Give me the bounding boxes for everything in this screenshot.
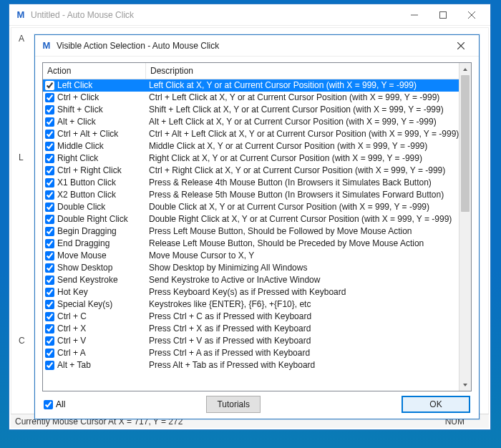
action-row[interactable]: Special Key(s)Keystrokes like {ENTER}, {… (43, 298, 459, 311)
action-description: Middle Click at X, Y or at Current Curso… (146, 140, 459, 152)
action-row[interactable]: Send KeystrokeSend Keystroke to Active o… (43, 274, 459, 286)
action-checkbox[interactable] (45, 142, 54, 151)
action-cell: Ctrl + A (43, 347, 146, 359)
action-checkbox[interactable] (45, 336, 54, 346)
main-titlebar[interactable]: M Untitled - Auto Mouse Click (9, 4, 490, 26)
action-cell: Send Keystroke (43, 274, 146, 286)
action-checkbox[interactable] (45, 166, 54, 175)
action-description: Press & Release 4th Mouse Button (In Bro… (146, 177, 459, 189)
action-row[interactable]: Ctrl + Alt + ClickCtrl + Alt + Left Clic… (43, 128, 459, 140)
action-row[interactable]: Hot KeyPress Keyboard Key(s) as if Press… (43, 286, 459, 298)
dialog-body: Action Description Left ClickLeft Click … (35, 57, 479, 419)
vertical-scrollbar[interactable] (459, 63, 471, 391)
stub-label-c: C (19, 336, 29, 346)
action-name: Middle Click (57, 140, 104, 152)
scroll-up-icon[interactable] (459, 63, 471, 75)
action-checkbox[interactable] (45, 203, 54, 212)
action-cell: Special Key(s) (43, 298, 146, 311)
action-checkbox[interactable] (45, 300, 54, 309)
action-checkbox[interactable] (45, 93, 54, 102)
scrollbar-track[interactable] (459, 75, 471, 379)
action-cell: X1 Button Click (43, 177, 146, 189)
action-row[interactable]: X2 Button ClickPress & Release 5th Mouse… (43, 189, 459, 201)
action-checkbox[interactable] (45, 117, 54, 127)
action-row[interactable]: Show DesktopShow Desktop by Minimizing A… (43, 262, 459, 274)
action-cell: Ctrl + Right Click (43, 165, 146, 177)
action-checkbox[interactable] (45, 130, 54, 139)
action-checkbox[interactable] (45, 154, 54, 163)
close-icon[interactable] (457, 5, 486, 25)
action-row[interactable]: Right ClickRight Click at X, Y or at Cur… (43, 152, 459, 165)
action-description: Double Click at X, Y or at Current Curso… (146, 201, 459, 213)
column-header-action[interactable]: Action (43, 63, 146, 79)
action-checkbox[interactable] (45, 312, 54, 321)
scroll-down-icon[interactable] (459, 379, 471, 391)
action-description: Ctrl + Alt + Left Click at X, Y or at Cu… (146, 128, 459, 140)
action-name: Ctrl + Click (57, 92, 99, 104)
action-checkbox[interactable] (45, 105, 54, 115)
action-row[interactable]: Double Right ClickDouble Right Click at … (43, 213, 459, 225)
action-cell: Move Mouse (43, 250, 146, 262)
action-name: Hot Key (57, 286, 88, 298)
action-name: Ctrl + A (57, 347, 86, 359)
action-checkbox[interactable] (45, 227, 54, 236)
action-row[interactable]: Ctrl + XPress Ctrl + X as if Pressed wit… (43, 323, 459, 335)
action-checkbox[interactable] (45, 276, 54, 285)
action-name: X1 Button Click (57, 177, 116, 189)
action-row[interactable]: Ctrl + VPress Ctrl + V as if Pressed wit… (43, 335, 459, 347)
action-row[interactable]: Alt + ClickAlt + Left Click at X, Y or a… (43, 116, 459, 128)
tutorials-button[interactable]: Tutorials (206, 396, 261, 413)
action-row[interactable]: Ctrl + CPress Ctrl + C as if Pressed wit… (43, 311, 459, 323)
action-row[interactable]: Middle ClickMiddle Click at X, Y or at C… (43, 140, 459, 152)
scrollbar-thumb[interactable] (461, 75, 470, 212)
all-checkbox-text: All (56, 399, 65, 409)
action-description: Press Alt + Tab as if Pressed with Keybo… (146, 359, 459, 371)
action-row[interactable]: Shift + ClickShift + Left Click at X, Y … (43, 104, 459, 116)
action-name: Right Click (57, 152, 98, 165)
action-cell: Ctrl + X (43, 323, 146, 335)
action-row[interactable]: Double ClickDouble Click at X, Y or at C… (43, 201, 459, 213)
action-name: Ctrl + X (57, 323, 86, 335)
action-row[interactable]: Begin DraggingPress Left Mouse Button, S… (43, 225, 459, 238)
action-checkbox[interactable] (45, 349, 54, 358)
close-icon[interactable] (446, 36, 476, 56)
action-row[interactable]: Ctrl + Right ClickCtrl + Right Click at … (43, 165, 459, 177)
action-cell: Double Click (43, 201, 146, 213)
maximize-icon[interactable] (429, 5, 457, 25)
action-row[interactable]: Alt + TabPress Alt + Tab as if Pressed w… (43, 359, 459, 371)
window-controls (400, 5, 486, 25)
action-row[interactable]: Ctrl + ClickCtrl + Left Click at X, Y or… (43, 92, 459, 104)
action-description: Press Ctrl + V as if Pressed with Keyboa… (146, 335, 459, 347)
action-checkbox[interactable] (45, 263, 54, 273)
action-description: Send Keystroke to Active or InActive Win… (146, 274, 459, 286)
action-checkbox[interactable] (45, 190, 54, 200)
action-row[interactable]: Left ClickLeft Click at X, Y or at Curre… (43, 79, 459, 92)
action-name: Left Click (57, 79, 92, 92)
action-description: Keystrokes like {ENTER}, {F6}, +{F10}, e… (146, 298, 459, 311)
action-row[interactable]: Move MouseMove Mouse Cursor to X, Y (43, 250, 459, 262)
action-row[interactable]: End DraggingRelease Left Mouse Button, S… (43, 238, 459, 250)
action-cell: Alt + Click (43, 116, 146, 128)
minimize-icon[interactable] (400, 5, 429, 25)
ok-button[interactable]: OK (402, 396, 470, 413)
action-checkbox[interactable] (45, 81, 54, 90)
action-checkbox[interactable] (45, 178, 54, 188)
dialog-titlebar[interactable]: M Visible Action Selection - Auto Mouse … (35, 35, 479, 57)
action-cell: End Dragging (43, 238, 146, 250)
action-list-body: Left ClickLeft Click at X, Y or at Curre… (43, 79, 459, 390)
action-checkbox[interactable] (45, 324, 54, 333)
all-checkbox[interactable] (44, 400, 53, 409)
action-checkbox[interactable] (45, 251, 54, 260)
action-cell: Double Right Click (43, 213, 146, 225)
action-checkbox[interactable] (45, 361, 54, 370)
column-header-description[interactable]: Description (146, 63, 459, 79)
action-checkbox[interactable] (45, 215, 54, 224)
action-cell: Right Click (43, 152, 146, 165)
action-checkbox[interactable] (45, 239, 54, 248)
action-row[interactable]: X1 Button ClickPress & Release 4th Mouse… (43, 177, 459, 189)
all-checkbox-label[interactable]: All (44, 399, 65, 409)
action-description: Ctrl + Right Click at X, Y or at Current… (146, 165, 459, 177)
action-name: Move Mouse (57, 250, 107, 262)
action-row[interactable]: Ctrl + APress Ctrl + A as if Pressed wit… (43, 347, 459, 359)
action-checkbox[interactable] (45, 288, 54, 297)
